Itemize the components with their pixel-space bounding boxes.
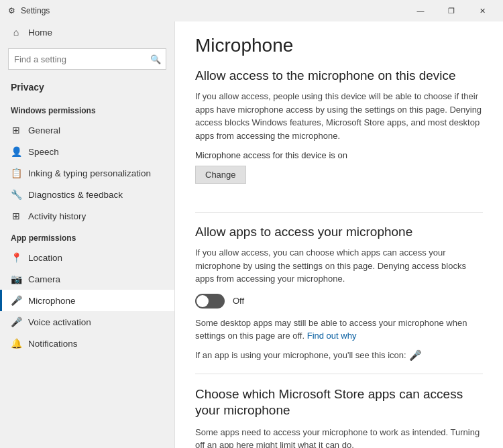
find-out-why-link[interactable]: Find out why — [307, 331, 357, 341]
sidebar-item-general[interactable]: ⊞ General — [0, 119, 174, 141]
section1-status: Microphone access for this device is on — [195, 150, 483, 160]
location-icon: 📍 — [11, 252, 21, 263]
general-icon: ⊞ — [11, 125, 21, 135]
minimize-button[interactable]: — — [405, 0, 436, 21]
section2-info: Some desktop apps may still be able to a… — [195, 317, 483, 343]
section2-description: If you allow access, you can choose whic… — [195, 246, 483, 286]
sidebar-general-label: General — [28, 125, 60, 135]
activity-icon: ⊞ — [11, 211, 21, 221]
maximize-button[interactable]: ❐ — [436, 0, 467, 21]
sidebar-microphone-label: Microphone — [28, 296, 76, 306]
title-bar-left: ⚙ Settings — [8, 6, 50, 15]
change-button[interactable]: Change — [195, 166, 246, 184]
camera-icon: 📷 — [11, 274, 21, 284]
sidebar-notifications-label: Notifications — [28, 339, 78, 349]
section1-divider — [195, 212, 483, 213]
apps-toggle-label: Off — [233, 296, 244, 306]
section3-title: Choose which Microsoft Store apps can ac… — [195, 386, 483, 419]
sidebar-item-inking[interactable]: 📋 Inking & typing personalization — [0, 162, 174, 184]
section2-title: Allow apps to access your microphone — [195, 225, 483, 239]
sidebar-item-microphone[interactable]: 🎤 Microphone — [0, 290, 174, 311]
section3-description: Some apps need to access your microphone… — [195, 426, 483, 448]
apps-toggle[interactable] — [195, 294, 225, 309]
microphone-icon: 🎤 — [11, 295, 21, 306]
search-icon: 🔍 — [150, 54, 161, 64]
section1-description: If you allow access, people using this d… — [195, 90, 483, 142]
speech-icon: 👤 — [11, 146, 21, 157]
settings-gear-icon: ⚙ — [8, 6, 15, 15]
sidebar-item-home[interactable]: ⌂ Home — [0, 21, 174, 43]
sidebar-item-activity[interactable]: ⊞ Activity history — [0, 205, 174, 227]
windows-permissions-label: Windows permissions — [0, 99, 174, 119]
search-box: 🔍 — [8, 48, 166, 70]
content-area: ⌂ Home 🔍 Privacy Windows permissions ⊞ G… — [0, 21, 503, 448]
sidebar-inking-label: Inking & typing personalization — [28, 168, 151, 178]
voice-icon: 🎤 — [11, 317, 21, 327]
page-title: Microphone — [195, 35, 483, 56]
privacy-label: Privacy — [0, 78, 174, 99]
microphone-inline-icon: 🎤 — [409, 349, 422, 361]
section2-divider — [195, 374, 483, 374]
title-bar: ⚙ Settings — ❐ ✕ — [0, 0, 503, 21]
sidebar-diagnostics-label: Diagnostics & feedback — [28, 190, 123, 200]
search-input[interactable] — [8, 48, 166, 70]
sidebar-item-camera[interactable]: 📷 Camera — [0, 268, 174, 290]
title-bar-controls: — ❐ ✕ — [405, 0, 498, 21]
sidebar: ⌂ Home 🔍 Privacy Windows permissions ⊞ G… — [0, 21, 174, 448]
sidebar-item-diagnostics[interactable]: 🔧 Diagnostics & feedback — [0, 184, 174, 205]
sidebar-speech-label: Speech — [28, 147, 59, 157]
sidebar-item-speech[interactable]: 👤 Speech — [0, 141, 174, 162]
icon-row-text: If an app is using your microphone, you'… — [195, 350, 406, 360]
section1-title: Allow access to the microphone on this d… — [195, 68, 483, 83]
home-icon: ⌂ — [11, 27, 21, 38]
sidebar-camera-label: Camera — [28, 274, 60, 284]
window-title: Settings — [21, 6, 50, 15]
main-content: Microphone Allow access to the microphon… — [174, 21, 503, 448]
sidebar-activity-label: Activity history — [28, 211, 86, 221]
sidebar-item-location[interactable]: 📍 Location — [0, 247, 174, 268]
icon-row: If an app is using your microphone, you'… — [195, 349, 483, 361]
inking-icon: 📋 — [11, 168, 21, 178]
sidebar-voice-label: Voice activation — [28, 317, 91, 327]
sidebar-item-voice[interactable]: 🎤 Voice activation — [0, 311, 174, 333]
sidebar-item-notifications[interactable]: 🔔 Notifications — [0, 333, 174, 354]
app-permissions-label: App permissions — [0, 227, 174, 247]
notifications-icon: 🔔 — [11, 338, 21, 349]
settings-window: ⚙ Settings — ❐ ✕ ⌂ Home 🔍 Privacy Wi — [0, 0, 503, 448]
sidebar-home-label: Home — [28, 27, 52, 38]
toggle-knob — [197, 295, 209, 307]
sidebar-location-label: Location — [28, 253, 62, 263]
apps-toggle-row: Off — [195, 294, 483, 309]
diagnostics-icon: 🔧 — [11, 189, 21, 200]
close-button[interactable]: ✕ — [467, 0, 498, 21]
